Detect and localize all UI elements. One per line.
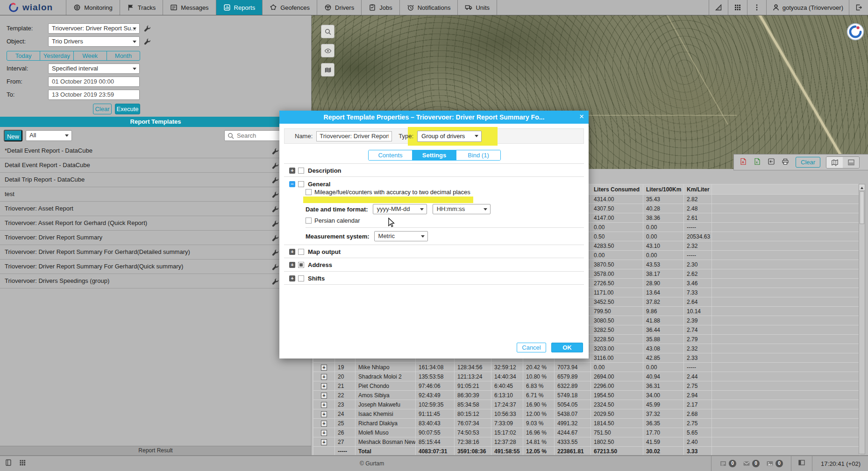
quick-range-today[interactable]: Today bbox=[7, 51, 40, 60]
template-edit-wrench-icon[interactable] bbox=[271, 249, 279, 256]
address-checkbox-indeterminate[interactable] bbox=[298, 262, 304, 268]
template-list-item[interactable]: Triovervoer: Asset Report bbox=[0, 202, 311, 216]
quick-range-month[interactable]: Month bbox=[107, 51, 140, 60]
object-dropdown[interactable]: Trio Drivers bbox=[48, 36, 140, 47]
mileage-accuracy-checkbox[interactable] bbox=[306, 189, 312, 195]
template-name-input[interactable] bbox=[316, 131, 392, 141]
nav-tab-jobs[interactable]: Jobs bbox=[362, 0, 399, 15]
form-clear-button[interactable]: Clear bbox=[93, 104, 112, 114]
date-format-dropdown[interactable]: yyyy-MM-dd bbox=[373, 204, 427, 214]
to-date-input[interactable]: 13 October 2019 23:59 bbox=[48, 90, 140, 100]
dialog-titlebar[interactable]: Report Template Properties – Triovervoer… bbox=[279, 111, 589, 124]
template-list-item[interactable]: Triovervoer: Drivers Speedings (group) bbox=[0, 274, 311, 288]
cancel-button[interactable]: Cancel bbox=[517, 343, 546, 352]
map-view-button[interactable] bbox=[826, 157, 843, 168]
media-counter[interactable]: 0 bbox=[766, 460, 783, 467]
template-edit-wrench-icon[interactable] bbox=[271, 263, 279, 271]
expand-row-icon[interactable]: + bbox=[321, 365, 327, 371]
from-date-input[interactable]: 01 October 2019 00:00 bbox=[48, 77, 140, 87]
collapse-minus-icon[interactable]: − bbox=[289, 181, 295, 187]
dialog-tab-settings[interactable]: Settings bbox=[413, 150, 456, 160]
template-list-item[interactable]: Triovervoer: Driver Report Summary bbox=[0, 231, 311, 245]
map-output-checkbox[interactable] bbox=[298, 249, 304, 255]
nav-tab-units[interactable]: Units bbox=[458, 0, 497, 15]
measurement-system-dropdown[interactable]: Metric bbox=[374, 231, 428, 241]
template-filter-dropdown[interactable]: All bbox=[26, 130, 72, 141]
template-list-item[interactable]: Triovervoer: Driver Report Summary For G… bbox=[0, 260, 311, 274]
nav-tab-tracks[interactable]: Tracks bbox=[120, 0, 164, 15]
expand-plus-icon[interactable]: + bbox=[289, 275, 295, 281]
quick-range-week[interactable]: Week bbox=[74, 51, 107, 60]
expand-row-icon[interactable]: + bbox=[321, 393, 327, 399]
nav-tab-drivers[interactable]: Drivers bbox=[317, 0, 362, 15]
expand-row-icon[interactable]: + bbox=[321, 411, 327, 417]
user-menu[interactable]: gotyouza (Triovervoer) bbox=[766, 0, 849, 15]
ok-button[interactable]: OK bbox=[551, 343, 583, 352]
apps-grid-icon[interactable] bbox=[728, 0, 747, 15]
map-visibility-button[interactable] bbox=[321, 44, 334, 57]
template-edit-wrench-icon[interactable] bbox=[271, 191, 279, 198]
execute-button[interactable]: Execute bbox=[115, 104, 140, 114]
dialog-tab-bind-1-[interactable]: Bind (1) bbox=[456, 150, 500, 160]
shifts-checkbox[interactable] bbox=[298, 275, 304, 281]
template-edit-wrench-icon[interactable] bbox=[271, 205, 279, 213]
expand-row-icon[interactable]: + bbox=[321, 430, 327, 436]
expand-row-icon[interactable]: + bbox=[321, 402, 327, 408]
push-report-icon[interactable] bbox=[768, 158, 777, 167]
template-list-item[interactable]: Detail Trip Report - DataCube bbox=[0, 173, 311, 187]
template-edit-wrench-icon[interactable] bbox=[271, 162, 279, 169]
scrollbar-up-arrow[interactable] bbox=[859, 184, 865, 191]
ruler-tool-icon[interactable] bbox=[709, 0, 728, 15]
export-pdf-icon[interactable]: A bbox=[740, 158, 749, 167]
close-icon[interactable]: × bbox=[579, 111, 584, 123]
map-layers-button[interactable] bbox=[321, 63, 334, 77]
new-template-button[interactable]: New bbox=[4, 130, 22, 141]
toolbar-clear-button[interactable]: Clear bbox=[796, 157, 820, 168]
template-edit-wrench-icon[interactable] bbox=[271, 220, 279, 227]
interval-dropdown[interactable]: Specified interval bbox=[48, 63, 140, 74]
nav-tab-reports[interactable]: Reports bbox=[216, 0, 263, 15]
print-icon[interactable] bbox=[782, 158, 791, 167]
nav-tab-monitoring[interactable]: Monitoring bbox=[66, 0, 120, 15]
template-list-item[interactable]: test bbox=[0, 187, 311, 202]
scrollbar-thumb[interactable] bbox=[860, 191, 864, 224]
apps-dots-icon[interactable] bbox=[19, 459, 26, 466]
template-dropdown[interactable]: Triovervoer: Driver Report Su... bbox=[48, 23, 140, 34]
panel-toggle-icon[interactable] bbox=[5, 459, 12, 466]
template-edit-wrench-icon[interactable] bbox=[271, 148, 279, 155]
template-list-item[interactable]: Triovervoer: Driver Report Summary For G… bbox=[0, 245, 311, 260]
general-checkbox[interactable] bbox=[298, 181, 304, 187]
logout-icon[interactable] bbox=[849, 0, 868, 15]
expand-row-icon[interactable]: + bbox=[321, 374, 327, 380]
quick-range-yesterday[interactable]: Yesterday bbox=[40, 51, 73, 60]
template-type-dropdown[interactable]: Group of drivers bbox=[417, 131, 482, 142]
expand-row-icon[interactable]: + bbox=[321, 421, 327, 427]
mail-counter[interactable]: 0 bbox=[743, 460, 760, 467]
map-provider-logo-button[interactable] bbox=[847, 23, 864, 41]
template-list-item[interactable]: Triovervoer: Asset Report for Gerhard (Q… bbox=[0, 216, 311, 231]
nav-tab-messages[interactable]: Messages bbox=[163, 0, 216, 15]
expand-row-icon[interactable]: + bbox=[321, 383, 327, 389]
expand-plus-icon[interactable]: + bbox=[289, 249, 295, 255]
expand-row-icon[interactable]: + bbox=[321, 439, 327, 445]
expand-plus-icon[interactable]: + bbox=[289, 168, 295, 174]
expand-plus-icon[interactable]: + bbox=[289, 262, 295, 268]
report-result-bar[interactable]: Report Result bbox=[0, 446, 311, 455]
map-search-button[interactable] bbox=[321, 25, 334, 38]
template-edit-wrench-icon[interactable] bbox=[271, 278, 279, 285]
export-excel-icon[interactable]: x bbox=[754, 158, 763, 167]
time-format-dropdown[interactable]: HH:mm:ss bbox=[433, 204, 491, 214]
nav-tab-geofences[interactable]: Geofences bbox=[263, 0, 317, 15]
split-view-button[interactable] bbox=[843, 157, 859, 168]
template-edit-wrench-icon[interactable] bbox=[143, 25, 151, 32]
description-checkbox[interactable] bbox=[298, 168, 304, 174]
template-list-item[interactable]: Detail Event Report - DataCube bbox=[0, 158, 311, 173]
kebab-menu-icon[interactable] bbox=[747, 0, 766, 15]
template-edit-wrench-icon[interactable] bbox=[271, 176, 279, 184]
object-edit-wrench-icon[interactable] bbox=[143, 38, 151, 45]
table-scrollbar[interactable] bbox=[859, 184, 865, 454]
template-list-item[interactable]: *Detail Event Report - DataCube bbox=[0, 144, 311, 158]
persian-calendar-checkbox[interactable] bbox=[306, 218, 312, 224]
msg-log-counter[interactable]: 0 bbox=[719, 460, 736, 467]
nav-tab-notifications[interactable]: Notifications bbox=[400, 0, 458, 15]
